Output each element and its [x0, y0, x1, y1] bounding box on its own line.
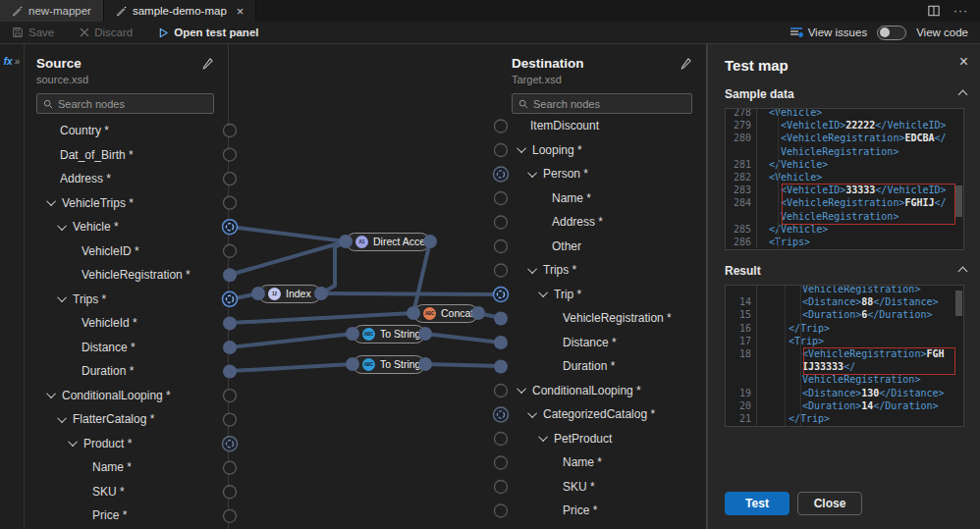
line-number: [726, 210, 757, 223]
collapse-chevron-icon[interactable]: [958, 266, 968, 276]
discard-label: Discard: [94, 26, 133, 38]
code-text: <VehicleID>22222</VehicleID>: [757, 119, 947, 132]
sample-data-section-header[interactable]: Sample data: [708, 87, 980, 101]
code-line: 15<Duration>6</Duration>: [726, 308, 963, 321]
code-text: </Trip>: [757, 322, 830, 335]
sample-data-label: Sample data: [725, 87, 794, 101]
save-label: Save: [28, 26, 54, 38]
split-editor-icon[interactable]: [928, 5, 940, 17]
code-line: 283<VehicleID>33333</VehicleID>: [726, 184, 963, 196]
save-icon: [12, 26, 24, 38]
code-line: 21</Trip>: [726, 412, 963, 425]
to-string-1-icon: ABC: [362, 328, 375, 341]
view-issues-icon: [789, 26, 803, 38]
line-number: 14: [726, 295, 757, 308]
line-number: [726, 360, 757, 373]
function-node-to-string-2[interactable]: ABCTo String: [353, 355, 425, 374]
code-line: 19<Distance>130</Distance>: [726, 387, 963, 399]
editor-actions: ···: [928, 0, 980, 22]
line-number: 282: [726, 171, 757, 184]
function-node-index[interactable]: 12Index: [258, 285, 321, 303]
discard-button[interactable]: Discard: [80, 26, 133, 38]
result-label: Result: [725, 264, 761, 278]
mapper-icon: [12, 6, 23, 17]
line-number: 15: [726, 308, 757, 321]
tab-label: sample-demo-map: [133, 5, 227, 17]
function-node-concat[interactable]: ABCConcat: [413, 304, 478, 323]
line-number: 279: [726, 119, 757, 132]
toolbar-right: View issues View code: [789, 26, 980, 40]
mapper-toolbar: Save Discard Open test panel View issues…: [0, 22, 980, 44]
test-button[interactable]: Test: [725, 492, 789, 515]
view-code-label: View code: [916, 26, 968, 38]
code-text: <VehicleRegistration>EDCBA</: [757, 132, 947, 144]
sample-data-code[interactable]: 278<Vehicle>279<VehicleID>22222</Vehicle…: [725, 108, 964, 250]
code-text: </Trip>: [757, 412, 830, 425]
more-actions-icon[interactable]: ···: [953, 4, 968, 18]
close-button[interactable]: Close: [797, 492, 862, 515]
tab-new-mapper[interactable]: new-mapper: [0, 0, 104, 22]
line-number: 17: [726, 335, 757, 347]
tab-close-icon[interactable]: ×: [237, 5, 245, 18]
save-button[interactable]: Save: [12, 26, 54, 38]
code-line: 282<Vehicle>: [726, 171, 963, 184]
line-number: 286: [726, 236, 757, 248]
code-text: VehicleRegistration>: [757, 373, 920, 386]
line-number: 20: [726, 399, 757, 412]
close-test-panel-icon[interactable]: ×: [959, 54, 968, 70]
function-label: Direct Access: [373, 236, 430, 247]
indent-guide: [785, 286, 786, 426]
function-label: Index: [286, 288, 311, 299]
toolbar-left: Save Discard Open test panel: [0, 26, 258, 38]
code-text: <Trips>: [757, 236, 810, 248]
scrollbar-thumb[interactable]: [955, 185, 962, 217]
line-number: 280: [726, 132, 757, 144]
code-text: <Duration>6</Duration>: [757, 308, 932, 321]
data-mapper-window: new-mapper sample-demo-map × ··· Save Di…: [0, 0, 980, 529]
line-number: 284: [726, 196, 757, 209]
line-number: 18: [726, 347, 757, 360]
mapper-main: fx » Source source.xsd Country *Dat_of_B…: [0, 44, 980, 529]
code-line: 14<Distance>88</Distance>: [726, 295, 963, 308]
line-number: [726, 285, 757, 295]
code-line: 280<VehicleRegistration>EDCBA</: [726, 132, 963, 144]
view-issues-label: View issues: [808, 26, 868, 38]
line-number: 278: [726, 108, 757, 119]
code-line: 284<VehicleRegistration>FGHIJ</: [726, 196, 963, 209]
line-number: [726, 145, 757, 158]
code-text: <VehicleID>33333</VehicleID>: [757, 184, 947, 196]
line-number: 21: [726, 412, 757, 425]
test-map-panel: Test map × Sample data 278<Vehicle>279<V…: [707, 44, 980, 529]
line-number: 283: [726, 184, 757, 196]
indent-guide: [800, 286, 801, 426]
collapse-chevron-icon[interactable]: [958, 89, 968, 99]
code-line: 279<VehicleID>22222</VehicleID>: [726, 119, 963, 132]
code-text: <Vehicle>: [757, 108, 822, 119]
function-node-to-string-1[interactable]: ABCTo String: [353, 325, 425, 344]
function-label: To String: [380, 328, 420, 340]
line-number: 16: [726, 322, 757, 335]
mapper-icon: [116, 6, 127, 17]
scrollbar-thumb[interactable]: [955, 291, 962, 316]
view-code-toggle[interactable]: [877, 26, 906, 40]
tab-sample-demo-map[interactable]: sample-demo-map ×: [104, 0, 256, 22]
code-line: VehicleRegistration>: [726, 285, 963, 295]
code-line: VehicleRegistration>: [726, 210, 963, 223]
code-line: 286<Trips>: [726, 236, 963, 248]
code-line: 18<VehicleRegistration>FGH: [726, 347, 963, 360]
code-line: 17<Trip>: [726, 335, 963, 347]
result-section-header[interactable]: Result: [708, 264, 980, 278]
result-code[interactable]: VehicleRegistration>14<Distance>88</Dist…: [725, 285, 964, 427]
open-test-panel-label: Open test panel: [174, 26, 258, 38]
open-test-panel-button[interactable]: Open test panel: [158, 26, 258, 38]
function-node-direct-access[interactable]: A1Direct Access: [346, 233, 430, 251]
test-map-title: Test map: [708, 44, 980, 74]
concat-icon: ABC: [423, 307, 436, 320]
code-line: VehicleRegistration>: [726, 145, 963, 158]
view-issues-button[interactable]: View issues: [789, 26, 868, 38]
function-label: To String: [380, 358, 420, 370]
line-number: 285: [726, 223, 757, 236]
index-icon: 12: [268, 288, 281, 300]
function-label: Concat: [441, 307, 473, 319]
code-text: <Vehicle>: [757, 171, 822, 184]
